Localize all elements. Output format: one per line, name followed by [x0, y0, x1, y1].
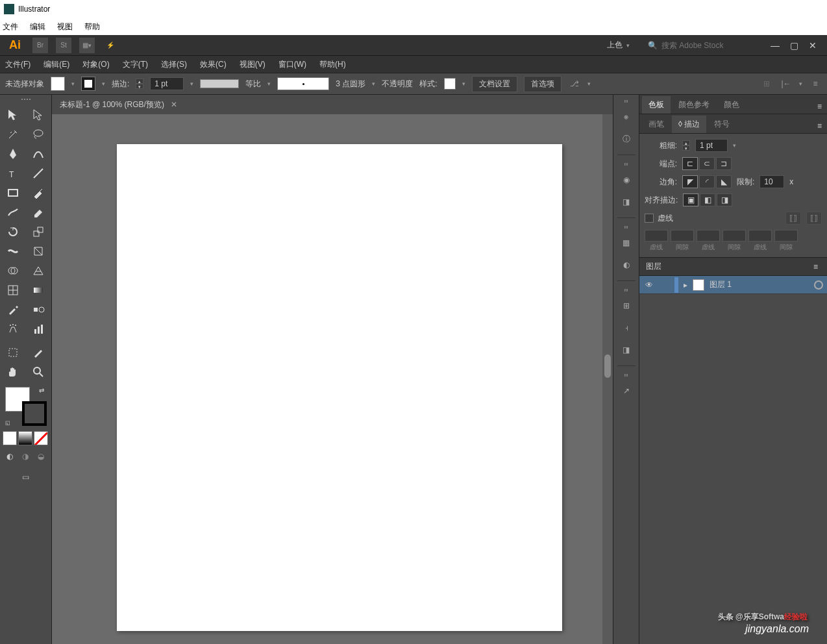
menu-type[interactable]: 文字(T) — [123, 59, 148, 70]
dashed-checkbox[interactable]: 虚线 — [645, 213, 673, 224]
fill-dropdown[interactable]: ▾ — [71, 80, 75, 87]
tab-symbols[interactable]: 符号 — [708, 116, 736, 133]
align-icon[interactable]: ⎇ — [568, 77, 581, 90]
width-tool[interactable] — [0, 242, 26, 261]
minimize-button[interactable]: — — [771, 40, 780, 51]
dock-handle-2[interactable] — [621, 163, 632, 166]
maximize-button[interactable]: ▢ — [790, 40, 798, 51]
paintbrush-tool[interactable] — [26, 183, 52, 203]
stroke-stepper[interactable]: ▴▾ — [136, 79, 143, 89]
document-tab[interactable]: 未标题-1 @ 100% (RGB/预览) ✕ — [60, 99, 177, 110]
type-tool[interactable]: T — [0, 164, 26, 183]
align-outside-button[interactable]: ◨ — [717, 193, 732, 206]
line-tool[interactable] — [26, 164, 52, 183]
stroke-weight-input[interactable] — [150, 77, 184, 90]
align-panel-icon[interactable]: ⫞ — [619, 320, 634, 336]
dash-align-button[interactable]: ⟦⟧ — [806, 212, 822, 225]
menu-effect[interactable]: 效果(C) — [200, 59, 227, 70]
stroke-dropdown[interactable]: ▾ — [102, 80, 105, 87]
arrange-icon[interactable]: ▦▾ — [79, 38, 95, 53]
style-dropdown[interactable]: ▾ — [462, 80, 465, 87]
color-mode-gradient[interactable] — [18, 431, 32, 445]
transform-icon[interactable]: ⊞ — [760, 77, 773, 90]
export-icon[interactable]: ↗ — [619, 383, 634, 399]
artboard-tool[interactable] — [0, 343, 26, 362]
align-dropdown[interactable]: ▾ — [587, 80, 591, 87]
default-colors-icon[interactable]: ◱ — [5, 420, 10, 426]
color-icon[interactable]: ◐ — [619, 257, 634, 273]
menu-view[interactable]: 视图(V) — [240, 59, 265, 70]
stock-search[interactable]: 🔍 — [643, 40, 758, 51]
stroke-profile-preview[interactable] — [200, 79, 239, 88]
fill-stroke-box[interactable]: ⇄ ◱ — [5, 387, 47, 426]
eyedropper-tool[interactable] — [0, 300, 26, 319]
fill-swatch[interactable] — [51, 77, 65, 91]
draw-behind-icon[interactable]: ◑ — [18, 449, 32, 464]
layer-target-icon[interactable] — [814, 280, 823, 290]
layer-name[interactable]: 图层 1 — [710, 279, 732, 290]
color-mode-none[interactable] — [34, 431, 48, 445]
vertical-scrollbar[interactable] — [602, 114, 613, 644]
graph-tool[interactable] — [26, 319, 52, 339]
os-menu-file[interactable]: 文件 — [3, 21, 18, 32]
search-input[interactable] — [661, 41, 752, 50]
eraser-tool[interactable] — [26, 203, 52, 222]
shape-builder-tool[interactable] — [0, 261, 26, 280]
tab-swatches[interactable]: 色板 — [642, 96, 671, 114]
panel-menu-icon[interactable]: ≡ — [815, 119, 824, 133]
zoom-tool[interactable] — [26, 362, 52, 382]
layer-expand-icon[interactable]: ▸ — [684, 280, 687, 290]
color-mode-solid[interactable] — [3, 431, 17, 445]
profile-dropdown[interactable]: ▾ — [267, 80, 271, 87]
gap-input-1[interactable] — [671, 230, 694, 242]
compass-icon[interactable]: ⎈ — [619, 109, 634, 125]
brush-dropdown[interactable]: ▾ — [372, 80, 375, 87]
layers-menu-icon[interactable]: ≡ — [811, 260, 821, 274]
dock-handle[interactable] — [621, 100, 632, 103]
tab-brushes[interactable]: 画笔 — [642, 116, 671, 133]
stroke-swatch[interactable] — [81, 77, 95, 91]
symbol-sprayer-tool[interactable] — [0, 319, 26, 339]
tab-stroke[interactable]: ◊ 描边 — [672, 116, 706, 133]
align-inside-button[interactable]: ◧ — [700, 193, 715, 206]
canvas[interactable] — [52, 114, 613, 644]
info-icon[interactable]: ⓘ — [619, 131, 634, 147]
hand-tool[interactable] — [0, 362, 26, 382]
curvature-tool[interactable] — [26, 144, 52, 164]
tab-color[interactable]: 颜色 — [717, 96, 746, 114]
os-menu-edit[interactable]: 编辑 — [30, 21, 45, 32]
pen-tool[interactable] — [0, 144, 26, 164]
slice-tool[interactable] — [26, 343, 52, 362]
tab-color-guide[interactable]: 颜色参考 — [672, 96, 716, 114]
draw-inside-icon[interactable]: ◒ — [34, 449, 48, 464]
layers-title[interactable]: 图层 — [646, 261, 661, 272]
stroke-box[interactable] — [22, 401, 47, 426]
menu-file[interactable]: 文件(F) — [5, 59, 31, 70]
snap-icon[interactable]: |← — [780, 77, 793, 90]
scrollbar-thumb[interactable] — [604, 354, 611, 378]
rectangle-tool[interactable] — [0, 183, 26, 203]
close-tab-icon[interactable]: ✕ — [171, 100, 177, 109]
dock-handle-5[interactable] — [621, 374, 632, 377]
corner-round-button[interactable]: ◜ — [699, 175, 715, 188]
dock-handle-3[interactable] — [621, 226, 632, 229]
corner-miter-button[interactable]: ◤ — [682, 175, 698, 188]
stock-icon[interactable]: St — [56, 38, 71, 53]
dash-input-1[interactable] — [645, 230, 668, 242]
artboard[interactable] — [117, 144, 562, 631]
panel-menu-icon[interactable]: ≡ — [815, 99, 824, 114]
dash-input-2[interactable] — [697, 230, 720, 242]
cap-round-button[interactable]: ⊂ — [699, 157, 715, 170]
menu-window[interactable]: 窗口(W) — [278, 59, 306, 70]
transparency-icon[interactable]: ▦ — [619, 235, 634, 251]
brush-preview[interactable] — [277, 77, 329, 90]
graphic-styles-icon[interactable]: ◨ — [619, 194, 634, 210]
screen-mode-icon[interactable]: ▭ — [13, 467, 39, 487]
direct-selection-tool[interactable] — [26, 105, 52, 125]
menu-select[interactable]: 选择(S) — [161, 59, 187, 70]
scale-tool[interactable] — [26, 222, 52, 242]
align-center-button[interactable]: ▣ — [683, 193, 698, 206]
layer-row[interactable]: 👁 ▸ 图层 1 — [639, 276, 827, 294]
style-swatch[interactable] — [444, 78, 456, 90]
limit-input[interactable] — [759, 175, 784, 188]
